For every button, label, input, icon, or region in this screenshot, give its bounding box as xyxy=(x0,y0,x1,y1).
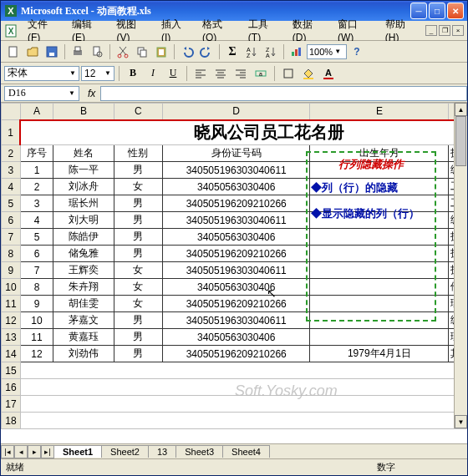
cell[interactable]: 茅嘉文 xyxy=(53,312,114,329)
cell[interactable]: 姓名 xyxy=(53,145,114,162)
help-icon[interactable]: ? xyxy=(348,43,366,61)
formula-input[interactable] xyxy=(100,86,467,101)
cell[interactable]: 12 xyxy=(20,346,53,362)
column-header[interactable]: E xyxy=(310,104,449,120)
cell[interactable]: 10 xyxy=(20,312,53,329)
chart-wizard-icon[interactable] xyxy=(287,43,306,61)
cell[interactable] xyxy=(310,179,449,195)
sort-asc-icon[interactable]: AZ xyxy=(242,43,261,61)
column-header[interactable]: C xyxy=(114,104,162,120)
row-header[interactable]: 9 xyxy=(2,262,21,279)
sheet-tab[interactable]: Sheet1 xyxy=(53,445,102,458)
cell[interactable]: 7 xyxy=(20,262,53,279)
row-header[interactable]: 16 xyxy=(2,379,21,396)
cell[interactable]: 男 xyxy=(114,212,162,229)
cell[interactable]: 陈皓伊 xyxy=(53,229,114,246)
cell[interactable]: 34050563030406 xyxy=(163,229,310,246)
cell[interactable] xyxy=(310,312,449,329)
cell[interactable]: 女 xyxy=(114,179,162,195)
row-header[interactable]: 15 xyxy=(2,362,21,379)
name-box[interactable]: D16 ▼ xyxy=(4,86,79,101)
cell[interactable] xyxy=(310,246,449,262)
sheet-tab[interactable]: Sheet3 xyxy=(176,445,223,458)
new-icon[interactable] xyxy=(4,43,23,61)
scroll-down-arrow-icon[interactable]: ▼ xyxy=(455,415,467,428)
sort-desc-icon[interactable]: ZA xyxy=(262,43,280,61)
cell[interactable]: 34050563030406 xyxy=(163,329,310,346)
scroll-up-arrow-icon[interactable]: ▲ xyxy=(455,103,467,116)
align-right-icon[interactable] xyxy=(231,64,250,83)
cell[interactable]: 男 xyxy=(114,329,162,346)
cell[interactable]: 4 xyxy=(20,212,53,229)
row-header[interactable]: 6 xyxy=(2,212,21,229)
italic-button[interactable]: I xyxy=(144,64,162,83)
save-icon[interactable] xyxy=(43,43,61,61)
tab-nav-prev-icon[interactable]: ◂ xyxy=(14,445,28,458)
column-header[interactable]: B xyxy=(53,104,114,120)
undo-icon[interactable] xyxy=(178,43,196,61)
cell[interactable]: 男 xyxy=(114,312,162,329)
cell[interactable]: 男 xyxy=(114,246,162,262)
cell[interactable] xyxy=(310,212,449,229)
tab-nav-next-icon[interactable]: ▸ xyxy=(28,445,41,458)
doc-close-button[interactable]: × xyxy=(452,25,464,36)
cell[interactable] xyxy=(310,162,449,179)
autosum-icon[interactable]: Σ xyxy=(223,43,242,61)
row-header[interactable]: 14 xyxy=(2,346,21,362)
print-preview-icon[interactable] xyxy=(88,43,106,61)
cell[interactable]: 1979年4月1日 xyxy=(310,346,449,362)
select-all-corner[interactable] xyxy=(2,104,21,120)
cell[interactable]: 陈一平 xyxy=(53,162,114,179)
fx-icon[interactable]: fx xyxy=(83,88,100,99)
cell[interactable]: 王辉奕 xyxy=(53,262,114,279)
cell[interactable]: 性别 xyxy=(114,145,162,162)
sheet-tab[interactable]: Sheet4 xyxy=(222,445,270,458)
cell[interactable]: 3 xyxy=(20,195,53,212)
cell[interactable]: 34050563030406 xyxy=(163,179,310,195)
cell[interactable]: 女 xyxy=(114,279,162,296)
column-header[interactable]: D xyxy=(163,104,310,120)
spreadsheet-grid[interactable]: A B C D E F 1 晓风公司员工花名册 2 序号 姓名 性别 身份证号码… xyxy=(1,103,467,429)
horizontal-scrollbar[interactable] xyxy=(320,445,454,458)
cell[interactable] xyxy=(310,229,449,246)
cell[interactable] xyxy=(310,262,449,279)
row-header[interactable]: 11 xyxy=(2,296,21,312)
row-header[interactable]: 17 xyxy=(2,396,21,413)
cell[interactable]: 340505196209210266 xyxy=(163,346,310,362)
close-button[interactable]: ✕ xyxy=(447,3,464,19)
tab-nav-last-icon[interactable]: ▸| xyxy=(41,445,54,458)
column-header[interactable]: A xyxy=(20,104,53,120)
sheet-tab[interactable]: 13 xyxy=(148,445,176,458)
scroll-thumb[interactable] xyxy=(455,116,466,166)
cell[interactable] xyxy=(20,413,467,429)
tab-nav-first-icon[interactable]: |◂ xyxy=(1,445,14,458)
merge-center-icon[interactable]: a xyxy=(252,64,270,83)
fill-color-icon[interactable] xyxy=(299,64,318,83)
cell[interactable]: 刘劲伟 xyxy=(53,346,114,362)
open-icon[interactable] xyxy=(23,43,42,61)
cell[interactable]: 340505196303040611 xyxy=(163,312,310,329)
cell[interactable]: 胡佳雯 xyxy=(53,296,114,312)
vertical-scrollbar[interactable]: ▲ ▼ xyxy=(454,103,467,428)
row-header[interactable]: 13 xyxy=(2,329,21,346)
cell[interactable]: 晓风公司员工花名册 xyxy=(20,120,467,145)
maximize-button[interactable]: □ xyxy=(429,3,445,19)
cell[interactable]: 刘冰舟 xyxy=(53,179,114,195)
cell[interactable]: 5 xyxy=(20,229,53,246)
row-header[interactable]: 1 xyxy=(2,120,21,145)
cell[interactable] xyxy=(310,279,449,296)
cell[interactable]: 340505196303040611 xyxy=(163,162,310,179)
cell[interactable] xyxy=(310,296,449,312)
row-header[interactable]: 10 xyxy=(2,279,21,296)
font-name-combobox[interactable]: 宋体 ▼ xyxy=(4,66,79,81)
cell[interactable] xyxy=(20,362,467,379)
doc-restore-button[interactable]: ❐ xyxy=(439,25,450,36)
font-size-combobox[interactable]: 12 ▼ xyxy=(81,66,114,81)
row-header[interactable]: 12 xyxy=(2,312,21,329)
cell[interactable]: 序号 xyxy=(20,145,53,162)
align-left-icon[interactable] xyxy=(191,64,210,83)
paste-icon[interactable] xyxy=(152,43,170,61)
underline-button[interactable]: U xyxy=(164,64,182,83)
font-color-icon[interactable]: A xyxy=(319,64,338,83)
row-header[interactable]: 4 xyxy=(2,179,21,195)
